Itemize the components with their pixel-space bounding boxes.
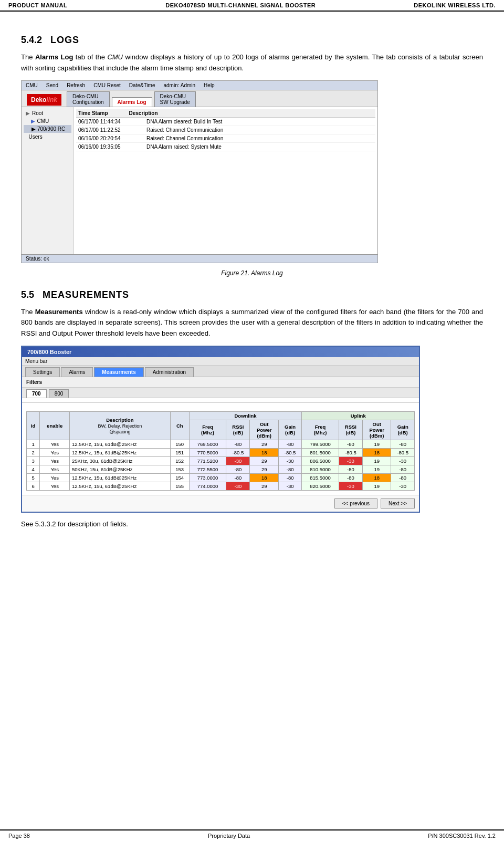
footer-center: Proprietary Data — [208, 833, 250, 839]
cmu-main-area: Time Stamp Description 06/17/00 11:44:34… — [74, 107, 377, 254]
cmu-sidebar-cmu[interactable]: ▶ CMU — [24, 117, 71, 125]
page-header: Product Manual DEKO4078SD Multi-Channel … — [0, 0, 504, 12]
section-542-body: The Alarms Log tab of the CMU window dis… — [21, 52, 483, 74]
filters-label: Filters — [26, 379, 42, 385]
cmu-row-1: 06/17/00 11:44:34 DNA Alarm cleared: Bui… — [76, 118, 375, 126]
band-tab-700[interactable]: 700 — [26, 389, 47, 398]
cmu-topbar-help: Help — [204, 82, 215, 88]
booster-tabs: Settings Alarms Measurments Administrati… — [22, 366, 419, 377]
th-ul-freq: Freq(Mhz) — [302, 420, 339, 440]
cmu-col-desc: Description — [129, 110, 158, 116]
th-downlink-group: Downlink — [189, 411, 302, 420]
booster-titlebar: 700/800 Booster — [22, 347, 419, 357]
measurements-label: Measurements — [35, 308, 83, 316]
table-row: 1Yes12.5KHz, 15u, 61dB@25KHz150769.5000-… — [27, 440, 415, 448]
cmu-screenshot: CMU Send Refresh CMU Reset Date&Time adm… — [21, 80, 378, 263]
section-55-title: Measurements — [43, 289, 129, 300]
band-tab-800[interactable]: 800 — [49, 389, 69, 398]
cmu-label: CMU — [107, 53, 123, 61]
next-button[interactable]: Next >> — [381, 499, 415, 508]
footer-left: Page 38 — [8, 833, 30, 839]
main-content: 5.4.2 Logs The Alarms Log tab of the CMU… — [0, 12, 504, 538]
table-row: 2Yes12.5KHz, 15u, 61dB@25KHz151770.5000-… — [27, 448, 415, 456]
cmu-topbar-cmu: CMU — [26, 82, 38, 88]
cmu-sidebar: ▶ Root ▶ CMU ▶ 700/900 RC Users — [22, 107, 74, 254]
table-row: 5Yes12.5KHz, 15u, 61dB@25KHz154773.0000-… — [27, 473, 415, 482]
booster-menubar: Menu bar — [22, 357, 419, 366]
tab-measurments[interactable]: Measurments — [94, 367, 143, 377]
th-ul-rssi: RSSI(dB) — [339, 420, 362, 440]
th-dl-outpow: OutPower(dBm) — [250, 420, 278, 440]
section-542-heading: 5.4.2 Logs — [21, 35, 483, 46]
th-description: DescriptionBW, Delay, Rejection@spacing — [70, 411, 171, 440]
section-542-number: 5.4.2 — [21, 35, 42, 46]
th-enable: enable — [40, 411, 70, 440]
figure-21-caption: Figure 21. Alarms Log — [21, 269, 483, 277]
cmu-tab-upgrade[interactable]: Deko-CMUSW Upgrade — [154, 91, 196, 107]
section-55-body: The Measurements window is a read-only w… — [21, 307, 483, 339]
cmu-table-header: Time Stamp Description — [76, 109, 375, 118]
th-dl-freq: Freq(Mhz) — [189, 420, 226, 440]
footer-right: P/N 300SC30031 Rev. 1.2 — [428, 833, 496, 839]
cmu-body: ▶ Root ▶ CMU ▶ 700/900 RC Users Time Sta… — [22, 107, 377, 254]
header-right: Dekolink Wireless Ltd. — [414, 2, 496, 8]
cmu-row-3: 06/16/00 20:20:54 Raised: Channel Commun… — [76, 134, 375, 143]
booster-window: 700/800 Booster Menu bar Settings Alarms… — [21, 346, 420, 513]
cmu-status: Status: ok — [22, 254, 377, 263]
cmu-sidebar-users[interactable]: Users — [24, 133, 71, 141]
th-ch: Ch — [170, 411, 189, 440]
cmu-col-timestamp: Time Stamp — [78, 110, 108, 116]
page-footer: Page 38 Proprietary Data P/N 300SC30031 … — [0, 829, 504, 841]
section-55-heading: 5.5 Measurements — [21, 289, 483, 300]
cmu-topbar-admin: admin: Admin — [164, 82, 196, 88]
booster-nav-buttons: << previous Next >> — [22, 495, 419, 512]
table-row: 3Yes25KHz, 30u, 61dB@25KHz152771.5200-30… — [27, 456, 415, 465]
alarms-log-label: Alarms Log — [35, 53, 73, 61]
cmu-row-4: 06/16/00 19:35:05 DNA Alarm raised: Syst… — [76, 143, 375, 151]
cmu-tab-alarms[interactable]: Alarms Log — [112, 97, 152, 107]
band-tabs: 700 800 — [22, 388, 419, 398]
th-dl-gain: Gain(dB) — [278, 420, 301, 440]
cmu-sidebar-rc[interactable]: ▶ 700/900 RC — [24, 125, 71, 133]
section-542-title: Logs — [50, 35, 79, 46]
cmu-sidebar-root[interactable]: ▶ Root — [24, 109, 71, 117]
tab-settings[interactable]: Settings — [25, 367, 60, 377]
table-row: 6Yes12.5KHz, 15u, 61dB@25KHz155774.0000-… — [27, 482, 415, 490]
tab-alarms[interactable]: Alarms — [61, 367, 93, 377]
cmu-tab-config[interactable]: Deko-CMUConfiguration — [67, 91, 109, 107]
cmu-topbar-reset: CMU Reset — [93, 82, 121, 88]
table-row: 4Yes50KHz, 15u, 61dB@25KHz153772.5500-80… — [27, 465, 415, 473]
th-id: Id — [27, 411, 40, 440]
cmu-topbar: CMU Send Refresh CMU Reset Date&Time adm… — [22, 81, 377, 90]
dekolink-logo: Dekolink — [27, 94, 61, 106]
cmu-nav-tabs: Dekolink Deko-CMUConfiguration Alarms Lo… — [22, 90, 377, 107]
cmu-topbar-refresh: Refresh — [67, 82, 85, 88]
header-left: Product Manual — [8, 2, 67, 8]
cmu-topbar-send: Send — [46, 82, 58, 88]
th-ul-gain: Gain(dB) — [391, 420, 415, 440]
th-ul-outpow: OutPower(dBm) — [363, 420, 391, 440]
cmu-row-2: 06/17/00 11:22:52 Raised: Channel Commun… — [76, 126, 375, 134]
th-dl-rssi: RSSI(dB) — [226, 420, 250, 440]
prev-button[interactable]: << previous — [334, 499, 377, 508]
measurements-table: Id enable DescriptionBW, Delay, Rejectio… — [26, 411, 415, 491]
header-center: DEKO4078SD Multi-Channel Signal Booster — [165, 2, 316, 8]
cmu-topbar-datetime: Date&Time — [129, 82, 155, 88]
th-uplink-group: Uplink — [302, 411, 415, 420]
see-also-text: See 5.3.3.2 for description of fields. — [21, 520, 483, 528]
tab-administration[interactable]: Administration — [145, 367, 194, 377]
section-55-number: 5.5 — [21, 289, 34, 300]
filters-subtab: Filters — [22, 377, 419, 388]
measurements-table-wrapper: Id enable DescriptionBW, Delay, Rejectio… — [22, 407, 419, 495]
